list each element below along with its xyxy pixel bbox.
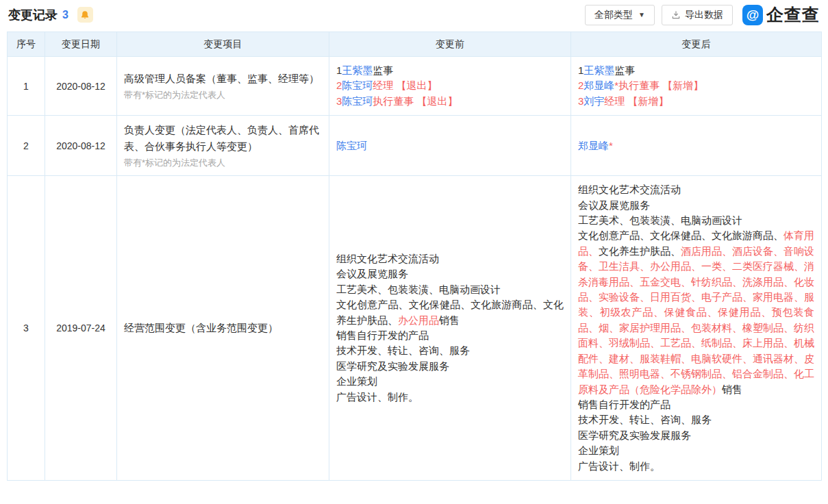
text-segment: * (609, 140, 613, 151)
text-segment: 会议及展览服务 (578, 199, 650, 211)
text-line: 会议及展览服务 (578, 198, 814, 213)
cell-change-item: 高级管理人员备案（董事、监事、经理等）带有*标记的为法定代表人 (117, 57, 329, 116)
entity-link[interactable]: 郑显峰 (578, 140, 609, 151)
text-line: 广告设计、制作。 (578, 459, 814, 474)
text-segment: 办公用品 (398, 314, 439, 326)
cell-before-change: 组织文化艺术交流活动会议及展览服务工艺美术、包装装潢、电脑动画设计文化创意产品、… (329, 176, 571, 481)
text-line: 2陈宝珂经理 【退出】 (336, 78, 564, 93)
text-line: 2郑显峰*执行董事 【新增】 (578, 78, 814, 93)
text-segment: 销售自行开发的产品 (336, 329, 429, 341)
text-segment: 企业策划 (336, 375, 377, 387)
text-line: 销售自行开发的产品 (336, 328, 564, 343)
text-segment: 医学研究及实验发展服务 (578, 429, 691, 441)
cell-change-date: 2020-08-12 (45, 116, 117, 176)
text-line: 企业策划 (336, 374, 564, 389)
cell-after-change: 组织文化艺术交流活动会议及展览服务工艺美术、包装装潢、电脑动画设计文化创意产品、… (571, 176, 822, 481)
qichacha-logo[interactable]: @ 企查查 (742, 3, 820, 26)
change-item-title: 负责人变更（法定代表人、负责人、首席代表、合伙事务执行人等变更） (124, 122, 322, 155)
text-line: 企业策划 (578, 443, 814, 458)
table-row: 32019-07-24经营范围变更（含业务范围变更）组织文化艺术交流活动会议及展… (8, 176, 822, 481)
text-segment: 技术开发、转让、咨询、服务 (336, 344, 470, 356)
bell-icon[interactable] (77, 7, 93, 23)
text-segment: 会议及展览服务 (336, 268, 408, 279)
change-item-title: 高级管理人员备案（董事、监事、经理等） (124, 71, 322, 87)
text-segment: 销售自行开发的产品 (578, 399, 670, 410)
col-header-change-date: 变更日期 (45, 32, 117, 57)
cell-before-change: 1王紫墨监事2陈宝珂经理 【退出】3陈宝珂执行董事 【退出】 (329, 57, 571, 116)
text-segment: 技术开发、转让、咨询、服务 (578, 414, 712, 425)
text-segment: 企业策划 (578, 444, 619, 456)
table-body: 12020-08-12高级管理人员备案（董事、监事、经理等）带有*标记的为法定代… (8, 57, 822, 481)
text-line: 组织文化艺术交流活动 (336, 251, 564, 266)
entity-link[interactable]: 郑显峰 (584, 79, 614, 91)
cell-before-change: 陈宝珂 (329, 116, 571, 176)
text-line: 工艺美术、包装装潢、电脑动画设计 (578, 213, 814, 228)
text-segment: 执行董事 【退出】 (373, 95, 457, 107)
text-segment: 组织文化艺术交流活动 (578, 184, 681, 195)
cell-after-change: 郑显峰* (571, 116, 822, 176)
type-filter-dropdown[interactable]: 全部类型 ▼ (585, 5, 655, 25)
text-segment: 酒店用品、酒店设备、音响设备、卫生洁具、办公用品、一类、二类医疗器械、消杀消毒用… (578, 245, 814, 395)
text-segment: 工艺美术、包装装潢、电脑动画设计 (578, 214, 742, 226)
cell-change-date: 2020-08-12 (45, 57, 117, 116)
cell-change-date: 2019-07-24 (45, 176, 117, 481)
bell-icon-glyph (80, 10, 90, 20)
col-header-after-change: 变更后 (571, 32, 822, 57)
text-segment: 文化创意产品、文化保健品、文化旅游商品、 (578, 229, 783, 241)
section-title-wrap: 变更记录 3 (8, 7, 93, 23)
text-line: 郑显峰* (578, 138, 814, 153)
qichacha-logo-icon: @ (742, 5, 763, 25)
entity-link[interactable]: 王紫墨 (584, 64, 614, 76)
text-segment: 文化养生护肤品、 (599, 245, 681, 257)
cell-index: 1 (8, 57, 45, 116)
text-segment: 医学研究及实验发展服务 (336, 360, 449, 372)
col-header-index: 序号 (8, 32, 45, 57)
text-segment: 监事 (373, 64, 393, 76)
toolbar-actions: 全部类型 ▼ 导出数据 @ 企查查 (578, 3, 820, 26)
type-filter-label: 全部类型 (594, 9, 633, 21)
table-row: 22020-08-12负责人变更（法定代表人、负责人、首席代表、合伙事务执行人等… (8, 116, 822, 176)
text-line: 1王紫墨监事 (336, 63, 564, 78)
text-line: 医学研究及实验发展服务 (578, 428, 814, 443)
text-segment: 工艺美术、包装装潢、电脑动画设计 (336, 284, 501, 295)
cell-after-change: 1王紫墨监事2郑显峰*执行董事 【新增】3刘宇经理 【新增】 (571, 57, 822, 116)
text-line: 会议及展览服务 (336, 266, 564, 281)
change-item-title: 经营范围变更（含业务范围变更） (124, 320, 322, 336)
text-segment: 组织文化艺术交流活动 (336, 253, 439, 264)
change-records-table: 序号 变更日期 变更项目 变更前 变更后 12020-08-12高级管理人员备案… (7, 32, 822, 481)
cell-change-item: 负责人变更（法定代表人、负责人、首席代表、合伙事务执行人等变更）带有*标记的为法… (117, 116, 329, 176)
text-line: 工艺美术、包装装潢、电脑动画设计 (336, 282, 564, 297)
entity-link[interactable]: 王紫墨 (342, 64, 373, 76)
cell-index: 3 (8, 176, 45, 481)
chevron-down-icon: ▼ (638, 11, 645, 18)
text-segment: *执行董事 【新增】 (614, 79, 703, 91)
text-line: 销售自行开发的产品 (578, 397, 814, 412)
entity-link[interactable]: 刘宇 (584, 95, 604, 107)
text-line: 广告设计、制作。 (336, 390, 564, 405)
entity-link[interactable]: 陈宝珂 (342, 79, 373, 91)
entity-link[interactable]: 陈宝珂 (336, 140, 367, 151)
entity-link[interactable]: 陈宝珂 (342, 95, 373, 107)
text-line: 医学研究及实验发展服务 (336, 359, 564, 374)
text-segment: 销售 (439, 314, 460, 326)
text-line: 技术开发、转让、咨询、服务 (336, 343, 564, 358)
text-line: 文化创意产品、文化保健品、文化旅游商品、体育用品、文化养生护肤品、酒店用品、酒店… (578, 228, 814, 396)
col-header-change-item: 变更项目 (117, 32, 329, 57)
cell-index: 2 (8, 116, 45, 176)
record-count: 3 (62, 9, 68, 21)
text-segment: 经理 【新增】 (604, 95, 668, 107)
table-row: 12020-08-12高级管理人员备案（董事、监事、经理等）带有*标记的为法定代… (8, 57, 822, 116)
page-title: 变更记录 (8, 7, 58, 23)
text-segment: 广告设计、制作。 (578, 460, 660, 472)
text-segment: 销售 (722, 383, 742, 395)
col-header-before-change: 变更前 (329, 32, 571, 57)
export-data-label: 导出数据 (685, 9, 723, 21)
text-line: 3陈宝珂执行董事 【退出】 (336, 94, 564, 109)
text-line: 技术开发、转让、咨询、服务 (578, 412, 814, 427)
text-line: 陈宝珂 (336, 138, 564, 153)
cell-change-item: 经营范围变更（含业务范围变更） (117, 176, 329, 481)
text-line: 组织文化艺术交流活动 (578, 182, 814, 197)
legal-rep-note: 带有*标记的为法定代表人 (124, 157, 322, 169)
text-line: 3刘宇经理 【新增】 (578, 94, 814, 109)
export-data-button[interactable]: 导出数据 (662, 5, 733, 25)
